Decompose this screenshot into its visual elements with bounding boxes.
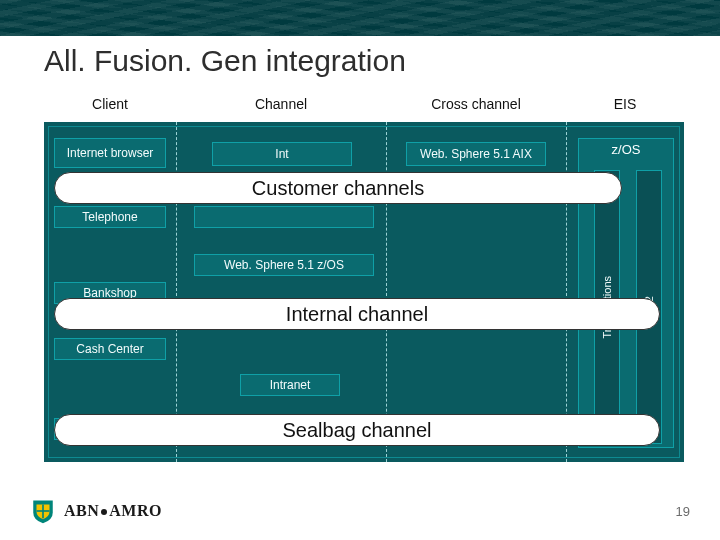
box-internet-browser: Internet browser: [54, 138, 166, 168]
eis-zos-label: z/OS: [578, 142, 674, 157]
brand-logo: ABNAMRO: [30, 498, 162, 524]
box-websphere-aix: Web. Sphere 5.1 AIX: [406, 142, 546, 166]
box-websphere-zos: Web. Sphere 5.1 z/OS: [194, 254, 374, 276]
shield-icon: [30, 498, 56, 524]
col-header-client: Client: [44, 96, 176, 112]
wave-band-decor: [0, 0, 720, 36]
brand-right: AMRO: [109, 502, 162, 519]
box-telephone: Telephone: [54, 206, 166, 228]
col-header-eis: EIS: [566, 96, 684, 112]
brand-wordmark: ABNAMRO: [64, 502, 162, 520]
slide-footer: ABNAMRO 19: [30, 498, 690, 524]
svg-rect-1: [37, 510, 50, 512]
brand-dot-icon: [101, 509, 107, 515]
callout-customer-channels: Customer channels: [54, 172, 622, 204]
box-channel-int: Int: [212, 142, 352, 166]
slide: All. Fusion. Gen integration Client Chan…: [0, 0, 720, 540]
box-intranet: Intranet: [240, 374, 340, 396]
brand-left: ABN: [64, 502, 99, 519]
box-cash-center: Cash Center: [54, 338, 166, 360]
col-header-cross: Cross channel: [386, 96, 566, 112]
callout-sealbag-channel: Sealbag channel: [54, 414, 660, 446]
callout-internal-channel: Internal channel: [54, 298, 660, 330]
page-number: 19: [676, 504, 690, 519]
architecture-diagram: Client Channel Cross channel EIS Interne…: [44, 92, 684, 462]
page-title: All. Fusion. Gen integration: [44, 44, 406, 78]
box-channel-telephone: [194, 206, 374, 228]
col-header-channel: Channel: [176, 96, 386, 112]
